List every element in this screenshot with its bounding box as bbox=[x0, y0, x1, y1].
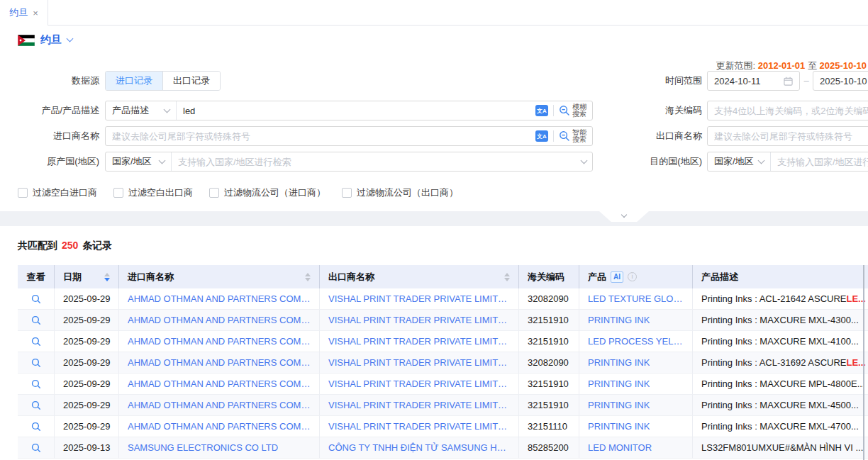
row-product-cell: LED PROCESS YELLOW... bbox=[579, 331, 693, 352]
sort-icons[interactable] bbox=[305, 273, 311, 281]
exporter-link[interactable]: VISHAL PRINT TRADER PRIVATE LIMITED bbox=[328, 315, 510, 325]
header-exporter[interactable]: 出口商名称 bbox=[320, 265, 519, 288]
sort-icons[interactable] bbox=[104, 273, 110, 281]
table-row: 2025-09-13SAMSUNG ELECTRONICS CO LTDCÔNG… bbox=[18, 437, 868, 459]
row-view-cell bbox=[18, 310, 55, 331]
view-search-icon[interactable] bbox=[31, 400, 41, 410]
view-search-icon[interactable] bbox=[31, 337, 41, 347]
header-importer[interactable]: 进口商名称 bbox=[119, 265, 320, 288]
exporter-link[interactable]: VISHAL PRINT TRADER PRIVATE LIMITED bbox=[328, 357, 510, 368]
importer-link[interactable]: AHMAD OTHMAN AND PARTNERS COMPA... bbox=[128, 315, 311, 325]
calendar-icon bbox=[784, 77, 793, 86]
exporter-link[interactable]: VISHAL PRINT TRADER PRIVATE LIMITED bbox=[328, 421, 510, 432]
time-range-separator: – bbox=[801, 71, 812, 91]
checkbox-filter-logistics-importer[interactable]: 过滤物流公司（进口商） bbox=[209, 186, 326, 199]
tab-jordan[interactable]: 约旦 × bbox=[0, 0, 48, 26]
view-search-icon[interactable] bbox=[31, 358, 41, 368]
header-date[interactable]: 日期 bbox=[55, 265, 119, 288]
update-range-from: 2012-01-01 bbox=[758, 60, 806, 71]
product-link[interactable]: LED PROCESS YELLOW... bbox=[588, 336, 684, 347]
row-view-cell bbox=[18, 437, 55, 459]
exporter-link[interactable]: CÔNG TY TNHH ĐIỆN TỬ SAMSUNG HCMC... bbox=[328, 442, 510, 453]
table-header-row: 查看 日期 进口商名称 出口商名称 海关编码 产品 AI i 产品描述 bbox=[18, 265, 868, 288]
exporter-link[interactable]: VISHAL PRINT TRADER PRIVATE LIMITED bbox=[328, 336, 510, 347]
importer-name-input[interactable] bbox=[106, 127, 530, 145]
chevron-down-icon[interactable] bbox=[67, 35, 74, 43]
translate-icon[interactable]: 文A bbox=[535, 130, 548, 142]
view-search-icon[interactable] bbox=[31, 379, 41, 389]
destination-country-input[interactable] bbox=[771, 152, 868, 171]
row-date-cell: 2025-09-13 bbox=[55, 437, 119, 459]
product-link[interactable]: PRINTING INK bbox=[588, 315, 650, 325]
tab-close-icon[interactable]: × bbox=[33, 9, 38, 18]
checkbox-icon[interactable] bbox=[18, 188, 28, 198]
row-exporter-cell: VISHAL PRINT TRADER PRIVATE LIMITED bbox=[320, 395, 519, 416]
country-selector[interactable]: 约旦 bbox=[18, 33, 72, 47]
view-search-icon[interactable] bbox=[31, 422, 41, 432]
sort-icons[interactable] bbox=[504, 273, 510, 281]
exporter-link[interactable]: VISHAL PRINT TRADER PRIVATE LIMITED bbox=[328, 293, 510, 304]
table-row: 2025-09-29AHMAD OTHMAN AND PARTNERS COMP… bbox=[18, 331, 868, 352]
desc-text: Printing Inks : MAXCURE MXL-4100... bbox=[701, 336, 859, 347]
importer-link[interactable]: AHMAD OTHMAN AND PARTNERS COMPA... bbox=[128, 336, 311, 347]
datasource-label: 数据源 bbox=[11, 71, 99, 91]
importer-link[interactable]: AHMAD OTHMAN AND PARTNERS COMPA... bbox=[128, 421, 311, 432]
row-view-cell bbox=[18, 288, 55, 310]
product-search-input[interactable] bbox=[177, 101, 530, 120]
smart-search-label: 智能搜索 bbox=[572, 129, 586, 143]
row-hs-code-cell: 32151910 bbox=[519, 331, 579, 352]
destination-label: 目的国(地区) bbox=[613, 152, 702, 172]
fuzzy-search-button[interactable]: 模糊搜索 bbox=[559, 103, 586, 118]
datasource-import-button[interactable]: 进口记录 bbox=[106, 72, 162, 90]
translate-icon[interactable]: 文A bbox=[535, 105, 548, 116]
info-icon[interactable]: i bbox=[628, 272, 637, 281]
checkbox-icon[interactable] bbox=[113, 188, 123, 198]
datasource-export-button[interactable]: 出口记录 bbox=[162, 72, 220, 90]
checkbox-filter-logistics-exporter[interactable]: 过滤物流公司（出口商） bbox=[342, 186, 458, 199]
importer-link[interactable]: AHMAD OTHMAN AND PARTNERS COMPA... bbox=[128, 357, 311, 368]
product-link[interactable]: LED MONITOR bbox=[588, 442, 652, 453]
product-link[interactable]: PRINTING INK bbox=[588, 357, 650, 368]
destination-type-select[interactable]: 国家/地区 bbox=[708, 152, 771, 171]
exporter-link[interactable]: VISHAL PRINT TRADER PRIVATE LIMITED bbox=[328, 400, 510, 410]
product-link[interactable]: PRINTING INK bbox=[588, 378, 650, 389]
product-link[interactable]: PRINTING INK bbox=[588, 400, 650, 410]
row-exporter-cell: VISHAL PRINT TRADER PRIVATE LIMITED bbox=[320, 331, 519, 352]
row-hs-code-cell: 32151110 bbox=[519, 416, 579, 437]
view-search-icon[interactable] bbox=[31, 294, 41, 304]
row-hs-code-cell: 32151910 bbox=[519, 374, 579, 395]
exporter-link[interactable]: VISHAL PRINT TRADER PRIVATE LIMITED bbox=[328, 378, 510, 389]
desc-text: LS32FM801UMXUE#&MÀN HÌNH VI ... bbox=[701, 442, 863, 453]
row-desc-cell: Printing Inks : MAXCURE MPL-4800E... bbox=[693, 374, 868, 395]
view-search-icon[interactable] bbox=[31, 315, 41, 325]
origin-type-select[interactable]: 国家/地区 bbox=[106, 152, 172, 171]
results-summary: 共匹配到250条记录 bbox=[18, 240, 112, 252]
row-product-cell: PRINTING INK bbox=[579, 352, 693, 374]
view-search-icon[interactable] bbox=[31, 443, 41, 453]
row-importer-cell: AHMAD OTHMAN AND PARTNERS COMPA... bbox=[119, 310, 320, 331]
smart-search-button[interactable]: 智能搜索 bbox=[559, 129, 586, 143]
importer-link[interactable]: AHMAD OTHMAN AND PARTNERS COMPA... bbox=[128, 400, 311, 410]
header-hs-code: 海关编码 bbox=[519, 265, 579, 288]
hs-code-input[interactable] bbox=[707, 101, 868, 120]
product-link[interactable]: PRINTING INK bbox=[588, 421, 650, 432]
importer-link[interactable]: AHMAD OTHMAN AND PARTNERS COMPA... bbox=[128, 378, 311, 389]
time-range-end-input[interactable]: 2025-10-10 bbox=[813, 71, 868, 91]
importer-link[interactable]: AHMAD OTHMAN AND PARTNERS COMPA... bbox=[128, 293, 311, 304]
time-range-start-input[interactable]: 2024-10-11 bbox=[707, 71, 800, 91]
search-minus-icon bbox=[559, 105, 570, 116]
product-link[interactable]: LED TEXTURE GLOSS ... bbox=[588, 293, 684, 304]
row-view-cell bbox=[18, 395, 55, 416]
checkbox-filter-blank-importer[interactable]: 过滤空白进口商 bbox=[18, 186, 97, 199]
checkbox-icon[interactable] bbox=[342, 188, 352, 198]
origin-country-input[interactable] bbox=[172, 152, 576, 171]
checkbox-filter-blank-exporter[interactable]: 过滤空白出口商 bbox=[113, 186, 193, 199]
exporter-name-input[interactable] bbox=[707, 126, 868, 146]
row-product-cell: PRINTING INK bbox=[579, 416, 693, 437]
row-desc-cell: Printing Inks : ACL-21642 ASCURE LE... bbox=[693, 288, 868, 310]
product-type-select[interactable]: 产品描述 bbox=[106, 101, 177, 120]
row-hs-code-cell: 32151910 bbox=[519, 310, 579, 331]
importer-link[interactable]: SAMSUNG ELECTRONICS CO LTD bbox=[128, 442, 278, 453]
desc-text: Printing Inks : ACL-21642 ASCURE bbox=[701, 293, 847, 304]
checkbox-icon[interactable] bbox=[209, 188, 219, 198]
